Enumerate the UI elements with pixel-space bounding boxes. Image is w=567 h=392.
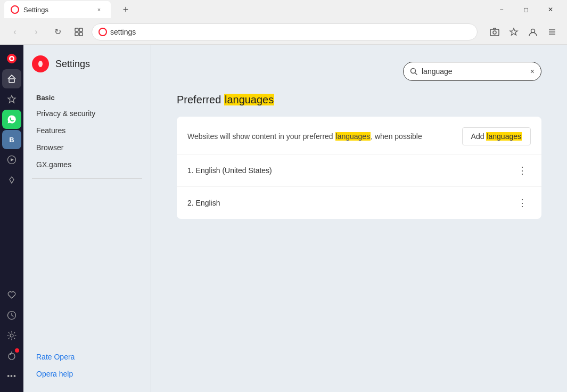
sidebar-icon-bookmarks[interactable] — [2, 89, 21, 109]
settings-main-content: × Preferred languages Websites will show… — [151, 45, 567, 392]
tab-favicon — [11, 5, 19, 14]
tab-close-button[interactable]: × — [94, 4, 104, 15]
svg-point-5 — [99, 28, 106, 36]
nav-item-browser[interactable]: Browser — [32, 140, 142, 155]
section-title-before: Preferred — [177, 94, 224, 105]
sidebar-icon-settings[interactable] — [2, 326, 21, 345]
opera-help-link[interactable]: Opera help — [32, 366, 142, 381]
svg-marker-16 — [8, 95, 15, 103]
svg-point-23 — [38, 61, 43, 67]
nav-item-features[interactable]: Features — [32, 123, 142, 138]
settings-sidebar: Settings Basic Privacy & security Featur… — [23, 45, 151, 392]
settings-page-title: Settings — [55, 59, 90, 70]
svg-point-7 — [493, 31, 496, 34]
address-text[interactable]: settings — [110, 28, 471, 36]
card-description-text: Websites will show content in your prefe… — [187, 132, 422, 141]
svg-point-14 — [11, 58, 13, 60]
svg-rect-2 — [79, 28, 83, 31]
tab-title: Settings — [23, 6, 89, 14]
settings-search-box: × — [403, 62, 541, 81]
svg-point-0 — [11, 6, 19, 13]
svg-point-20 — [10, 334, 13, 337]
sidebar-icon-strip: В — [0, 45, 23, 392]
search-icon — [410, 68, 417, 75]
language-item-1: 1. English (United States) ⋮ — [177, 154, 541, 187]
sidebar-icon-home[interactable] — [2, 69, 21, 88]
sidebar-icon-news[interactable] — [2, 346, 21, 365]
languages-card: Websites will show content in your prefe… — [177, 117, 541, 219]
add-btn-before: Add — [471, 132, 487, 141]
settings-header: Settings — [32, 55, 142, 77]
forward-button[interactable]: › — [28, 23, 45, 40]
svg-rect-4 — [79, 32, 83, 36]
description-after: , when possible — [371, 132, 422, 141]
add-languages-button[interactable]: Add languages — [462, 127, 531, 145]
sidebar-icon-whatsapp[interactable] — [2, 110, 21, 129]
more-dots: ••• — [7, 372, 17, 380]
tab: Settings × — [4, 1, 111, 18]
camera-icon[interactable] — [486, 23, 503, 40]
opera-logo — [32, 55, 49, 72]
rate-opera-link[interactable]: Rate Opera — [32, 349, 142, 364]
svg-rect-15 — [9, 79, 14, 83]
svg-line-25 — [415, 73, 417, 75]
sidebar-icon-vk[interactable]: В — [2, 130, 21, 149]
nav-item-privacy[interactable]: Privacy & security — [32, 106, 142, 121]
address-bar: ‹ › ↻ settings — [0, 19, 567, 45]
new-tab-button[interactable]: + — [117, 1, 134, 18]
language-2-more-button[interactable]: ⋮ — [514, 194, 531, 211]
restore-button[interactable]: ◻ — [514, 0, 538, 19]
language-item-2: 2. English ⋮ — [177, 187, 541, 219]
tabs-button[interactable] — [70, 23, 87, 40]
settings-area: Settings Basic Privacy & security Featur… — [23, 45, 567, 392]
sidebar-icon-opera[interactable] — [2, 49, 21, 68]
sidebar-icon-likes[interactable] — [2, 285, 21, 305]
svg-rect-3 — [75, 32, 78, 36]
settings-search-input[interactable] — [422, 67, 526, 76]
close-button[interactable]: ✕ — [538, 0, 563, 19]
news-badge — [15, 348, 19, 353]
svg-rect-1 — [75, 28, 78, 31]
nav-basic-label: Basic — [32, 92, 142, 104]
description-highlight: languages — [335, 132, 371, 141]
menu-icon[interactable] — [544, 23, 561, 40]
nav-links: Rate Opera Opera help — [32, 349, 142, 381]
nav-divider — [32, 178, 142, 179]
address-favicon — [98, 28, 107, 36]
svg-point-21 — [9, 353, 15, 360]
sidebar-icon-more[interactable]: ••• — [2, 366, 21, 386]
language-2-name: 2. English — [187, 199, 220, 207]
address-input-container: settings — [92, 23, 478, 40]
card-description: Websites will show content in your prefe… — [177, 117, 541, 154]
settings-search-area: × — [177, 62, 541, 81]
svg-marker-18 — [11, 158, 14, 161]
language-1-more-button[interactable]: ⋮ — [514, 162, 531, 179]
sidebar-icon-player[interactable] — [2, 150, 21, 169]
favorites-icon[interactable] — [505, 23, 522, 40]
sidebar-icon-flow[interactable] — [2, 170, 21, 190]
nav-item-gx[interactable]: GX.games — [32, 157, 142, 172]
search-clear-button[interactable]: × — [530, 67, 535, 76]
language-1-name: 1. English (United States) — [187, 166, 272, 175]
window-controls: − ◻ ✕ — [489, 0, 563, 19]
profile-icon[interactable] — [524, 23, 541, 40]
sidebar-icon-history[interactable] — [2, 306, 21, 325]
back-button[interactable]: ‹ — [6, 23, 23, 40]
section-title: Preferred languages — [177, 94, 541, 106]
description-before: Websites will show content in your prefe… — [187, 132, 335, 141]
reload-button[interactable]: ↻ — [49, 23, 66, 40]
minimize-button[interactable]: − — [489, 0, 514, 19]
svg-rect-6 — [490, 29, 499, 36]
toolbar-icons — [486, 23, 561, 40]
title-bar: Settings × + − ◻ ✕ — [0, 0, 567, 19]
main-area: В — [0, 45, 567, 392]
vk-label: В — [9, 136, 14, 144]
section-title-highlight: languages — [224, 94, 274, 105]
add-btn-highlight: languages — [486, 132, 522, 141]
